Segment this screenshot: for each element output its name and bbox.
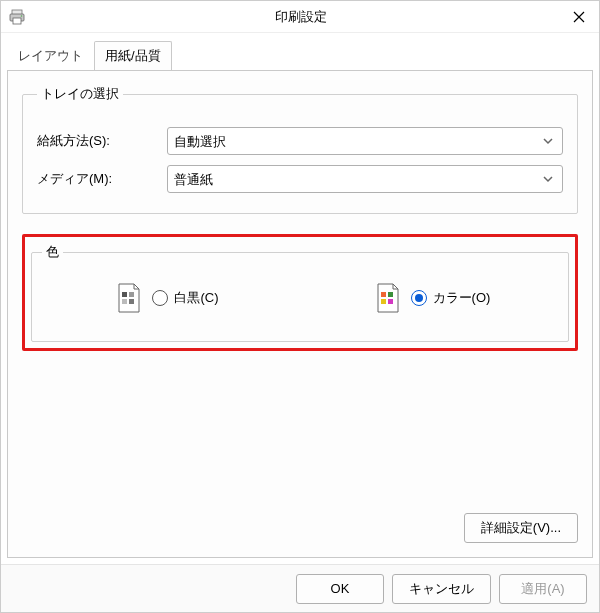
color-legend: 色 <box>42 243 63 261</box>
media-select[interactable]: 普通紙 <box>167 165 563 193</box>
advanced-button-wrap: 詳細設定(V)... <box>464 513 578 543</box>
color-radio-label: カラー(O) <box>433 289 491 307</box>
cancel-button[interactable]: キャンセル <box>392 574 491 604</box>
svg-rect-5 <box>129 292 134 297</box>
svg-rect-6 <box>122 299 127 304</box>
print-settings-dialog: 印刷設定 レイアウト 用紙/品質 トレイの選択 給紙方法(S): 自動選択 メデ… <box>0 0 600 613</box>
titlebar: 印刷設定 <box>1 1 599 33</box>
advanced-settings-button[interactable]: 詳細設定(V)... <box>464 513 578 543</box>
color-option-block: カラー(O) <box>307 283 558 313</box>
paper-source-row: 給紙方法(S): 自動選択 <box>37 127 563 155</box>
dialog-footer: OK キャンセル 適用(A) <box>1 564 599 612</box>
svg-rect-4 <box>122 292 127 297</box>
svg-rect-10 <box>381 299 386 304</box>
tab-bar: レイアウト 用紙/品質 <box>1 33 599 70</box>
paper-source-select[interactable]: 自動選択 <box>167 127 563 155</box>
paper-source-label: 給紙方法(S): <box>37 132 167 150</box>
grayscale-document-icon <box>116 283 142 313</box>
svg-rect-2 <box>13 18 21 24</box>
bw-radio-label: 白黒(C) <box>174 289 218 307</box>
svg-rect-9 <box>388 292 393 297</box>
dialog-title: 印刷設定 <box>31 8 591 26</box>
tab-panel-paper-quality: トレイの選択 給紙方法(S): 自動選択 メディア(M): 普通紙 色 <box>7 70 593 558</box>
svg-point-3 <box>21 15 23 17</box>
bw-radio-indicator <box>152 290 168 306</box>
media-label: メディア(M): <box>37 170 167 188</box>
color-radio[interactable]: カラー(O) <box>411 289 491 307</box>
tray-legend: トレイの選択 <box>37 85 123 103</box>
media-row: メディア(M): 普通紙 <box>37 165 563 193</box>
ok-button[interactable]: OK <box>296 574 384 604</box>
color-radio-indicator <box>411 290 427 306</box>
bw-option-block: 白黒(C) <box>42 283 293 313</box>
tab-layout[interactable]: レイアウト <box>7 41 94 71</box>
tab-paper-quality[interactable]: 用紙/品質 <box>94 41 172 71</box>
color-options: 白黒(C) <box>42 283 558 313</box>
apply-button[interactable]: 適用(A) <box>499 574 587 604</box>
svg-rect-8 <box>381 292 386 297</box>
tray-selection-group: トレイの選択 給紙方法(S): 自動選択 メディア(M): 普通紙 <box>22 85 578 214</box>
color-highlight-box: 色 <box>22 234 578 351</box>
svg-rect-11 <box>388 299 393 304</box>
bw-radio[interactable]: 白黒(C) <box>152 289 218 307</box>
color-group: 色 <box>31 243 569 342</box>
svg-rect-7 <box>129 299 134 304</box>
printer-icon <box>9 9 25 25</box>
color-document-icon <box>375 283 401 313</box>
close-button[interactable] <box>559 2 599 32</box>
